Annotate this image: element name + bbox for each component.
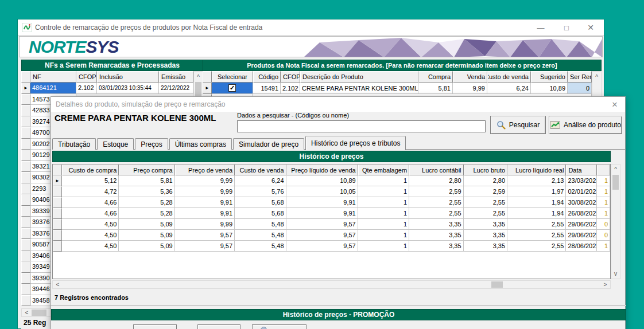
col-header-cfop[interactable]: CFOP [76, 71, 97, 83]
row-header-button[interactable] [21, 284, 30, 295]
history-cell[interactable]: 3,35 [464, 241, 508, 252]
history-column-header[interactable]: Qte embalagem [358, 164, 409, 175]
history-horizontal-scrollbar[interactable]: < > [52, 280, 611, 289]
history-cell[interactable]: 26/08/2022 [566, 208, 597, 219]
row-header-button[interactable] [21, 127, 30, 139]
tab-precos[interactable]: Preços [135, 138, 168, 150]
history-cell[interactable]: 10,05 [286, 186, 358, 197]
col-header-cfop[interactable]: CFOP [281, 71, 300, 83]
history-cell[interactable]: 29/06/2022 [566, 230, 597, 241]
tab-historico-de-precos-e-tributos[interactable]: Histórico de preços e tributos [305, 136, 406, 150]
history-row[interactable]: 4,505,099,995,489,5713,353,352,5529/06/2… [53, 219, 610, 230]
scroll-thumb[interactable] [32, 310, 46, 316]
col-header-emissao[interactable]: Emissão [159, 71, 193, 83]
history-cell[interactable]: 1,94 [507, 197, 566, 208]
history-cell[interactable]: 2,13 [507, 175, 566, 186]
history-cell[interactable]: 5,09 [119, 219, 174, 230]
history-cell[interactable]: 2,55 [409, 197, 463, 208]
scroll-thumb[interactable] [491, 281, 503, 288]
compra-cell[interactable]: 5,81 [418, 83, 453, 94]
history-cell[interactable]: 3,35 [409, 241, 463, 252]
history-row[interactable]: 4,665,289,915,689,9112,552,551,9426/08/2… [53, 208, 610, 219]
history-cell[interactable]: 5,48 [235, 241, 286, 252]
bottom-button-2[interactable] [197, 324, 240, 329]
history-column-header[interactable] [597, 164, 610, 175]
col-header-custo-venda[interactable]: Custo de venda [487, 71, 531, 83]
ser-rem-cell[interactable]: 0 [568, 83, 592, 94]
history-cell[interactable]: 1 [358, 219, 409, 230]
minimize-icon[interactable]: — [532, 19, 549, 36]
history-cell[interactable]: 2,55 [507, 230, 566, 241]
col-header-inclusao[interactable]: Inclusão [97, 71, 159, 83]
history-cell[interactable]: 1,94 [507, 208, 566, 219]
history-cell[interactable]: 9,91 [175, 208, 235, 219]
row-header-button[interactable] [21, 261, 30, 273]
history-cell[interactable]: 9,91 [175, 197, 235, 208]
history-cell[interactable]: 5,36 [119, 186, 174, 197]
row-header-button[interactable] [21, 150, 30, 161]
col-header-nf[interactable]: NF [30, 71, 76, 83]
row-header-button[interactable] [21, 183, 30, 195]
maximize-icon[interactable]: □ [558, 19, 575, 36]
history-cell[interactable]: 1 [358, 208, 409, 219]
product-row[interactable]: ► ✓ 15491 2.102 CREME PARA PENTAR KOLENE… [203, 83, 592, 94]
close-icon[interactable]: ✕ [582, 19, 599, 36]
history-row[interactable]: ►5,125,819,996,2410,8912,802,802,1323/03… [53, 175, 610, 186]
inclusao-cell[interactable]: 03/01/2023 10:35:44 [97, 83, 159, 94]
history-column-header[interactable]: Lucro bruto [464, 164, 508, 175]
cfop-cell[interactable]: 2.102 [281, 83, 300, 94]
history-cell[interactable]: 5,09 [119, 230, 174, 241]
col-header-codigo[interactable]: Código [253, 71, 281, 83]
history-cell[interactable]: 2,59 [464, 186, 508, 197]
history-column-header[interactable]: Preço de venda [175, 164, 235, 175]
row-header-button[interactable] [53, 208, 62, 219]
history-cell[interactable]: 5,28 [119, 208, 174, 219]
row-header-button[interactable] [21, 206, 30, 217]
history-cell[interactable]: 9,91 [286, 208, 358, 219]
history-cell[interactable]: 2,55 [464, 197, 508, 208]
history-row[interactable]: 4,505,099,575,489,5713,353,352,5529/06/2… [53, 230, 610, 241]
history-column-header[interactable]: Data [566, 164, 597, 175]
col-header-sugerido[interactable]: Sugerido [531, 71, 568, 83]
history-cell[interactable]: 9,57 [175, 230, 235, 241]
history-cell[interactable]: 5,28 [119, 197, 174, 208]
dialog-close-icon[interactable]: ✕ [609, 99, 620, 109]
row-header-button[interactable] [53, 219, 62, 230]
history-column-header[interactable]: Preço compra [119, 164, 174, 175]
history-cell[interactable]: 1 [597, 186, 610, 197]
history-cell[interactable]: 4,72 [62, 186, 119, 197]
row-header-button[interactable] [21, 217, 30, 228]
history-row[interactable]: 4,665,289,915,689,9112,552,551,9430/08/2… [53, 197, 610, 208]
history-cell[interactable]: 3,35 [409, 219, 463, 230]
bottom-button-1[interactable] [133, 324, 177, 329]
row-header-button[interactable] [21, 94, 30, 105]
history-cell[interactable]: 29/06/2022 [566, 219, 597, 230]
row-header-button[interactable]: ► [21, 83, 30, 94]
history-cell[interactable]: 4,66 [62, 208, 119, 219]
scroll-right-icon[interactable]: > [602, 281, 609, 288]
history-cell[interactable]: 9,91 [286, 197, 358, 208]
col-header-venda[interactable]: Venda [453, 71, 487, 83]
scroll-up-icon[interactable]: ^ [611, 166, 620, 173]
history-cell[interactable]: 9,57 [286, 241, 358, 252]
row-header-button[interactable] [21, 161, 30, 173]
history-cell[interactable]: 5,68 [235, 208, 286, 219]
row-header-button[interactable] [21, 116, 30, 128]
history-cell[interactable]: 3,35 [464, 230, 508, 241]
history-cell[interactable]: 2,55 [507, 219, 566, 230]
history-cell[interactable]: 1 [597, 241, 610, 252]
history-cell[interactable]: 2,59 [409, 186, 463, 197]
row-header-button[interactable] [53, 186, 62, 197]
row-header-button[interactable] [21, 295, 30, 307]
search-input[interactable] [237, 120, 486, 132]
col-header-compra[interactable]: Compra [418, 71, 453, 83]
history-cell[interactable]: 2,55 [409, 208, 463, 219]
history-cell[interactable]: 1 [358, 175, 409, 186]
history-cell[interactable]: 5,81 [119, 175, 174, 186]
scroll-thumb[interactable] [612, 175, 619, 190]
history-column-header[interactable]: Lucro líquido real [507, 164, 566, 175]
tab-simulador-de-preco[interactable]: Simulador de preço [233, 138, 304, 150]
history-cell[interactable]: 1 [358, 241, 409, 252]
history-cell[interactable]: 6,24 [235, 175, 286, 186]
history-cell[interactable]: 23/03/2023 [566, 175, 597, 186]
